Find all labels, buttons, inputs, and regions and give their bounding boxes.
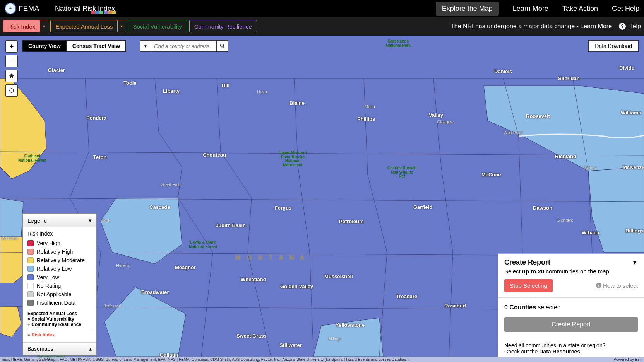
main-nav: Explore the Map Learn More Take Action G… bbox=[436, 2, 639, 16]
nav-take-action[interactable]: Take Action bbox=[562, 5, 598, 13]
chevron-down-icon[interactable]: ▼ bbox=[632, 259, 638, 266]
legend-swatch bbox=[27, 274, 34, 280]
data-change-notice: The NRI has undergone a major data chang… bbox=[450, 23, 612, 30]
info-icon: i bbox=[596, 283, 601, 288]
legend-swatch bbox=[27, 300, 34, 306]
chevron-down-icon: ▾ bbox=[89, 217, 92, 224]
search-type-dropdown[interactable]: ▼ bbox=[140, 40, 151, 52]
nav-get-help[interactable]: Get Help bbox=[612, 5, 639, 13]
palette-icon bbox=[91, 11, 116, 14]
filter-social-vulnerability[interactable]: Social Vulnerability bbox=[128, 20, 187, 32]
top-header: ✦ FEMA National Risk Index Explore the M… bbox=[0, 0, 644, 17]
filter-risk-index[interactable]: Risk Index ▼ bbox=[3, 20, 48, 32]
view-toggle: County View Census Tract View bbox=[22, 40, 126, 52]
crosshair-icon bbox=[9, 87, 15, 94]
help-icon: ? bbox=[619, 23, 626, 30]
create-report-panel: Create Report ▼ Select up to 20 communit… bbox=[498, 253, 644, 357]
locate-button[interactable] bbox=[5, 84, 18, 97]
census-tract-view-button[interactable]: Census Tract View bbox=[67, 40, 126, 52]
fema-text: FEMA bbox=[19, 5, 39, 13]
legend-swatch bbox=[27, 266, 34, 272]
powered-by-esri[interactable]: Powered by Esri bbox=[613, 357, 642, 362]
filter-community-resilience[interactable]: Community Resilience bbox=[189, 20, 257, 32]
help-group[interactable]: ? Help bbox=[619, 23, 641, 30]
how-to-select-link[interactable]: i How to select bbox=[596, 282, 638, 289]
riskbar-right: The NRI has undergone a major data chang… bbox=[450, 23, 641, 30]
logo-group: ✦ FEMA bbox=[5, 3, 39, 14]
legend-item-label: Insufficient Data bbox=[37, 300, 75, 306]
legend-result: = Risk Index bbox=[27, 332, 92, 338]
map-canvas[interactable]: GlacierTooleLibertyHillBlainePhillipsVal… bbox=[0, 36, 644, 362]
help-link[interactable]: Help bbox=[628, 23, 641, 30]
legend-item: Very Low bbox=[27, 273, 92, 282]
search-input[interactable] bbox=[151, 40, 217, 52]
chevron-down-icon[interactable]: ▼ bbox=[118, 20, 125, 32]
legend-swatch bbox=[27, 257, 34, 263]
stop-selecting-button[interactable]: Stop Selecting bbox=[504, 279, 553, 292]
legend-item-label: Relatively Low bbox=[37, 266, 72, 272]
legend-item-label: Relatively Moderate bbox=[37, 257, 85, 263]
legend-panel: Legend ▾ Risk Index Very HighRelatively … bbox=[22, 213, 97, 355]
legend-item-label: Very High bbox=[37, 240, 60, 246]
legend-item: Relatively High bbox=[27, 248, 92, 256]
chevron-down-icon[interactable]: ▼ bbox=[40, 20, 48, 32]
legend-item: No Rating bbox=[27, 282, 92, 290]
zoom-controls: + − bbox=[5, 40, 18, 97]
legend-swatch bbox=[27, 240, 34, 246]
legend-item: Very High bbox=[27, 239, 92, 248]
home-icon bbox=[9, 73, 15, 79]
basemaps-toggle[interactable]: Basemaps ▴ bbox=[23, 342, 96, 355]
zoom-out-button[interactable]: − bbox=[5, 55, 18, 67]
fema-seal-icon: ✦ bbox=[5, 3, 16, 14]
legend-formula: Expected Annual Loss × Social Vulnerabil… bbox=[27, 311, 92, 330]
legend-toggle[interactable]: Legend ▾ bbox=[23, 214, 96, 227]
legend-swatch bbox=[27, 291, 34, 297]
legend-item-label: Not Applicable bbox=[37, 291, 72, 297]
svg-point-6 bbox=[220, 44, 223, 47]
map-attribution: Esri, HERE, Garmin, SafeGraph, FAO, METI… bbox=[0, 357, 644, 362]
risk-filter-bar: Risk Index ▼ Expected Annual Loss ▼ Soci… bbox=[0, 17, 644, 36]
chevron-up-icon: ▴ bbox=[89, 346, 92, 352]
legend-item-label: Very Low bbox=[37, 274, 59, 280]
data-download-button[interactable]: Data Download bbox=[588, 40, 639, 52]
legend-item-label: No Rating bbox=[37, 283, 61, 289]
legend-item: Insufficient Data bbox=[27, 299, 92, 307]
data-resources-link[interactable]: Data Resources bbox=[539, 348, 580, 355]
legend-section-title: Risk Index bbox=[27, 231, 92, 237]
search-group: ▼ bbox=[140, 40, 228, 52]
legend-swatch bbox=[27, 283, 34, 289]
svg-line-7 bbox=[223, 47, 224, 48]
search-icon bbox=[220, 43, 225, 49]
county-view-button[interactable]: County View bbox=[22, 40, 67, 52]
create-report-button[interactable]: Create Report bbox=[504, 317, 638, 332]
report-footer: Need all communities in a state or regio… bbox=[498, 338, 644, 357]
zoom-in-button[interactable]: + bbox=[5, 40, 18, 53]
filter-expected-annual-loss[interactable]: Expected Annual Loss ▼ bbox=[50, 20, 125, 32]
svg-point-1 bbox=[10, 89, 14, 92]
notice-learn-more-link[interactable]: Learn More bbox=[580, 23, 612, 29]
selection-count: 0 Counties selected bbox=[498, 298, 644, 317]
report-subtitle: Select up to 20 communities on the map bbox=[498, 268, 644, 279]
legend-item: Relatively Moderate bbox=[27, 256, 92, 265]
search-button[interactable] bbox=[217, 40, 228, 52]
legend-item: Relatively Low bbox=[27, 265, 92, 273]
legend-body: Risk Index Very HighRelatively HighRelat… bbox=[23, 227, 96, 342]
legend-item: Not Applicable bbox=[27, 290, 92, 299]
report-title: Create Report bbox=[504, 258, 550, 266]
home-button[interactable] bbox=[5, 70, 18, 82]
nav-explore-map[interactable]: Explore the Map bbox=[436, 2, 499, 16]
legend-item-label: Relatively High bbox=[37, 249, 73, 255]
legend-swatch bbox=[27, 249, 34, 255]
nav-learn-more[interactable]: Learn More bbox=[513, 5, 548, 13]
